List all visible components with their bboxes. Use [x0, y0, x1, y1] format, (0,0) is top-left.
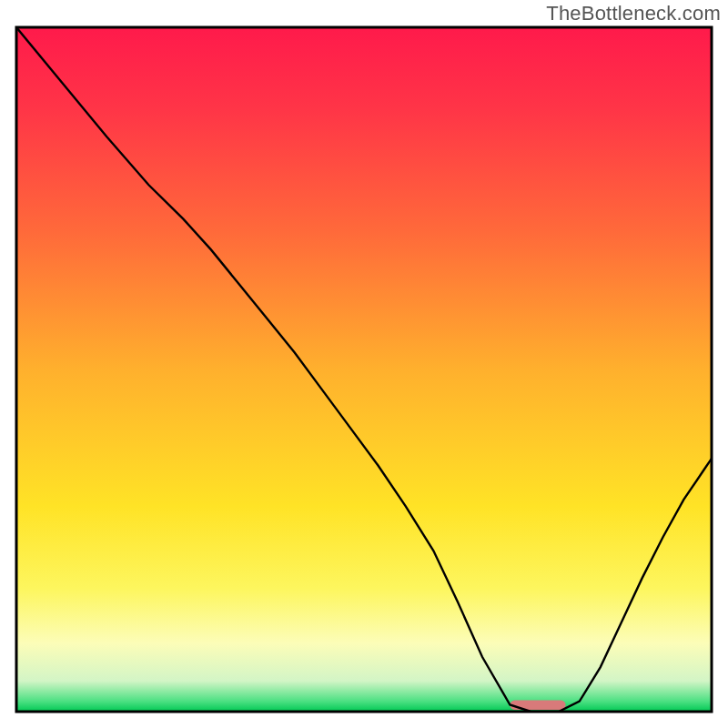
- watermark-text: TheBottleneck.com: [546, 2, 721, 25]
- chart-container: TheBottleneck.com: [0, 0, 728, 728]
- chart-background: [16, 27, 712, 712]
- bottleneck-chart: [0, 0, 728, 728]
